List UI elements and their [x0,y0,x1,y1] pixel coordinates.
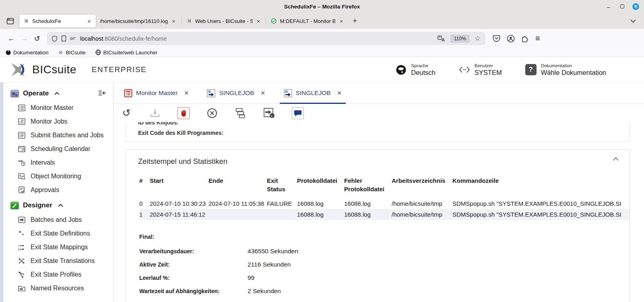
pocket-icon[interactable] [493,35,500,42]
named-resources-icon [18,284,26,292]
sidebar-item-monitor-jobs[interactable]: Monitor Jobs [3,115,113,128]
download-button[interactable] [149,107,161,119]
content-tab-close-icon[interactable]: × [260,89,265,97]
hierarchy-icon [235,108,246,118]
tab-close-icon[interactable]: × [339,18,344,25]
col-header: Start [150,176,208,198]
tab-close-icon[interactable]: × [256,18,261,25]
table-row[interactable]: 0 2024-07-10 10:30:23 2024-07-10 11:05:3… [139,198,630,209]
sidebar-item-exit-state-translations[interactable]: Exit State Translations [3,254,113,268]
forward-button[interactable]: → [18,32,31,45]
globe-icon [95,50,101,55]
account-icon[interactable] [507,35,515,43]
cell-ende: 2024-07-10 11:05:38 [208,198,267,209]
tab-label: /home/bicsuite/tmp/16110.log [100,18,168,24]
documentation-label: Dokumentation [541,63,606,68]
sidebar-item-exit-state-mappings[interactable]: 1 0 Exit State Mappings [3,240,113,254]
browser-tab-webusers[interactable]: Web Users - BICsuite - SYSTE × [182,14,265,27]
language-value: Deutsch [411,69,436,77]
list-all-tabs-button[interactable] [626,19,640,23]
svg-text:0: 0 [18,248,20,251]
browser-tab-monitor-batch[interactable]: M:DEFAULT - Monitor Batch × [267,14,348,27]
sidebar-group-operate[interactable]: Operate [3,85,113,101]
maximize-button[interactable] [619,3,626,10]
content-tab-singlejob-2[interactable]: ID SINGLEJOB × [280,83,346,103]
bookmark-web-launcher[interactable]: BICsuite!web Launcher [95,50,157,56]
language-texts: Sprache Deutsch [411,63,436,77]
kill-exit-code-label: Exit Code des Kill Programmes: [138,130,617,136]
documentation-value: Wähle Dokumentation [541,69,606,77]
job-detail-scrollview[interactable]: ID des Killjobs: Exit Code des Kill Prog… [114,122,644,302]
sidebar-item-label: Intervals [31,159,55,166]
header-controls: Sprache Deutsch Benutzer SYSTEM ? [396,63,606,77]
sidebar-item-monitor-master[interactable]: Monitor Master [3,101,113,115]
sidebar-item-scheduling-calendar[interactable]: Scheduling Calendar [3,142,113,156]
bookmark-dokumentation[interactable]: Dokumentation [6,50,48,56]
url-bar[interactable]: localhost:8080/schedulix-fe/home A 110% … [47,32,485,45]
sidebar-item-named-resources[interactable]: Named Resources [3,281,113,295]
content-tab-close-icon[interactable]: × [337,89,342,97]
collapse-sidebar-icon[interactable] [98,89,107,97]
svg-text:1: 1 [18,244,20,248]
urlbar-actions: A 110% ☆ [438,34,481,43]
reload-button[interactable]: ↺ [31,32,43,45]
sidebar-item-batches-and-jobs[interactable]: Batches and Jobs [3,213,113,227]
content-tab-monitor-master[interactable]: Monitor Master × [120,83,192,103]
approvals-icon [18,186,26,194]
sidebar-item-approvals[interactable]: Approvals [3,183,113,197]
col-header: Fehler Protokolldatei [344,176,392,198]
brand-edition: ENTERPRISE [92,65,147,74]
user-selector[interactable]: Benutzer SYSTEM [459,63,502,77]
back-button[interactable]: ← [5,32,18,45]
table-row[interactable]: 1 2024-07-15 11:46:12 16088.log 16088.lo… [139,209,630,220]
job-id-tab-icon: ID [207,89,215,97]
kill-job-id-label: ID des Killjobs: [138,122,617,126]
window-controls: – × [605,0,639,13]
final-label: Final: [139,234,630,240]
content-tab-close-icon[interactable]: × [184,89,188,97]
new-tab-button[interactable]: + [348,17,362,25]
stat-value: 99 [248,274,254,281]
stop-job-button[interactable] [178,107,190,119]
bookmark-bicsuite[interactable]: BICsuite [58,50,85,56]
collapse-section-icon[interactable] [613,157,619,161]
sidebar-scroll-strip[interactable] [0,83,3,302]
browser-tab-logfile[interactable]: /home/bicsuite/tmp/16110.log × [96,14,180,27]
menu-icon[interactable]: ≡ [535,34,540,43]
content-tabbar: Monitor Master × ID SINGLEJOB × ID [114,83,644,104]
sidebar-item-object-monitoring[interactable]: Object Monitoring [3,170,113,183]
cell-run-number: 0 [139,198,150,209]
tab-separator [266,17,266,25]
help-icon: ? [525,64,537,75]
monitor-jobs-icon [18,118,26,126]
stat-value: 2116 Sekunden [248,261,291,268]
refresh-button[interactable]: ↺ [120,107,132,119]
sidebar-item-exit-state-definitions[interactable]: Exit State Definitions [3,227,113,240]
sidebar-item-intervals[interactable]: Intervals [3,156,113,170]
sidebar-item-exit-state-profiles[interactable]: Exit State Profiles [3,268,113,281]
minimize-button[interactable]: – [605,3,612,10]
cell-kommandozeile: SDMSpopup.sh "SYSTEM.EXAMPLES.E0010_SING… [452,209,630,220]
tab-close-icon[interactable]: × [87,18,92,25]
svg-text:ID: ID [285,90,288,93]
zoom-level-badge[interactable]: 110% [450,35,470,43]
bookmark-star-icon[interactable]: ☆ [475,34,481,43]
code-icon [459,66,470,74]
firefox-view-button[interactable] [4,15,16,27]
comment-button[interactable] [292,107,304,119]
documentation-selector[interactable]: ? Dokumentation Wähle Dokumentation [525,63,606,77]
translate-icon[interactable]: A [438,35,446,42]
content-tab-singlejob-1[interactable]: ID SINGLEJOB × [203,83,269,103]
runs-table: # Start Ende Exit Status Protokolldatei … [139,176,630,220]
sidebar-group-designer[interactable]: Designer [3,197,113,213]
sidebar-item-submit-batches[interactable]: Submit Batches and Jobs [3,128,113,142]
cancel-job-button[interactable] [206,107,218,119]
language-selector[interactable]: Sprache Deutsch [396,63,436,77]
close-window-button[interactable]: × [632,3,639,10]
browser-tab-schedulixfe[interactable]: SchedulixFe × [19,14,96,27]
extensions-icon[interactable] [521,35,529,42]
exit-state-mappings-icon: 1 0 [18,243,26,251]
set-variables-button[interactable]: v. [263,107,275,119]
hierarchy-button[interactable] [235,107,247,119]
tab-close-icon[interactable]: × [171,18,176,25]
